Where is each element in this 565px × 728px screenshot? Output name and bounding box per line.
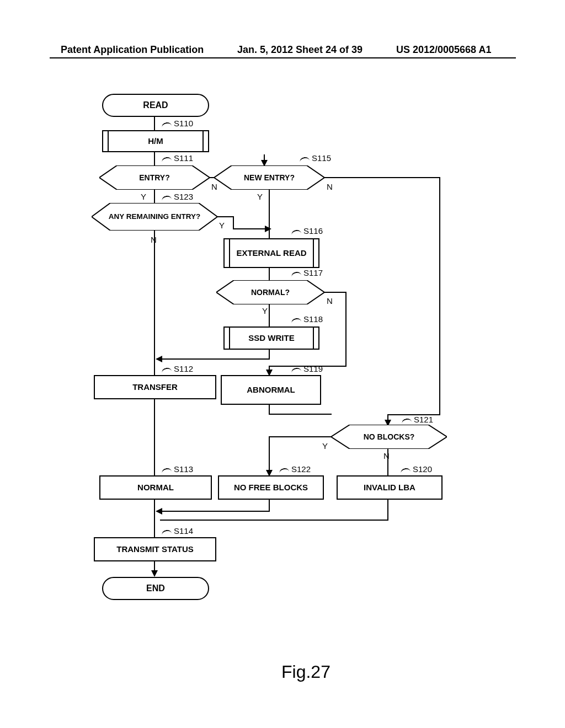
process-transfer: TRANSFER xyxy=(94,375,216,399)
decision-remaining-entry: ANY REMAINING ENTRY? xyxy=(92,203,217,231)
step-id: S111 xyxy=(174,153,193,163)
process-external-read: EXTERNAL READ xyxy=(223,238,319,268)
connector xyxy=(324,177,440,178)
connector xyxy=(233,216,234,229)
process-invalid-lba: INVALID LBA xyxy=(337,475,443,500)
step-id: S114 xyxy=(174,526,193,536)
process-label: NO FREE BLOCKS xyxy=(234,483,308,493)
header-rule xyxy=(50,57,516,58)
connector xyxy=(160,520,388,521)
branch-no: N xyxy=(383,451,390,461)
step-id: S121 xyxy=(414,415,433,424)
connector xyxy=(154,398,155,475)
decision-new-entry: NEW ENTRY? xyxy=(214,165,324,190)
arrowhead-icon xyxy=(265,226,271,232)
branch-yes: Y xyxy=(141,192,146,201)
connector xyxy=(269,404,270,415)
step-id: S110 xyxy=(174,119,193,128)
connector xyxy=(324,292,347,293)
step-id: S117 xyxy=(303,268,323,277)
branch-no: N xyxy=(327,296,333,306)
process-label: EXTERNAL READ xyxy=(236,249,306,258)
arrowhead-icon xyxy=(156,356,162,362)
decision-entry: ENTRY? xyxy=(99,165,210,190)
arrowhead-icon xyxy=(156,508,162,515)
flowchart: READ S110 H/M S111 ENTRY? Y N S115 NEW E… xyxy=(72,94,497,678)
header-right: US 2012/0005668 A1 xyxy=(396,44,491,56)
connector xyxy=(345,292,347,367)
step-id: S116 xyxy=(303,226,323,235)
connector xyxy=(154,231,155,375)
step-id: S119 xyxy=(303,364,323,373)
connector xyxy=(387,499,388,521)
connector xyxy=(159,358,270,360)
step-id: S113 xyxy=(174,464,193,474)
decision-no-blocks: NO BLOCKS? xyxy=(331,425,447,449)
step-id: S118 xyxy=(303,314,323,324)
branch-yes: Y xyxy=(219,221,225,230)
step-id: S123 xyxy=(174,192,193,201)
connector xyxy=(154,151,155,165)
connector xyxy=(269,304,270,326)
process-no-free-blocks: NO FREE BLOCKS xyxy=(218,475,324,500)
process-label: SSD WRITE xyxy=(248,334,294,343)
process-label: ABNORMAL xyxy=(247,386,295,395)
connector xyxy=(269,267,270,280)
terminator-label: END xyxy=(146,584,165,593)
process-label: INVALID LBA xyxy=(364,483,415,493)
branch-no: N xyxy=(327,182,333,191)
terminator-end: END xyxy=(102,577,209,600)
header-center: Jan. 5, 2012 Sheet 24 of 39 xyxy=(237,44,363,56)
process-transmit-status: TRANSMIT STATUS xyxy=(94,537,216,561)
figure-caption: Fig.27 xyxy=(281,662,331,682)
decision-label: NEW ENTRY? xyxy=(244,174,295,182)
connector xyxy=(154,499,155,537)
process-ssd-write: SSD WRITE xyxy=(223,326,319,350)
process-label: NORMAL xyxy=(137,483,174,493)
connector xyxy=(269,190,270,238)
decision-label: ENTRY? xyxy=(139,174,169,182)
arrowhead-icon xyxy=(151,570,158,577)
connector xyxy=(269,499,270,512)
connector xyxy=(217,216,234,217)
decision-label: NORMAL? xyxy=(251,288,290,297)
step-id: S122 xyxy=(291,464,311,474)
process-normal: NORMAL xyxy=(99,475,212,500)
connector xyxy=(160,511,270,512)
decision-label: ANY REMAINING ENTRY? xyxy=(109,213,201,221)
connector xyxy=(269,414,332,415)
branch-yes: Y xyxy=(257,192,263,201)
step-id: S120 xyxy=(413,464,432,474)
branch-yes: Y xyxy=(322,441,328,451)
process-label: H/M xyxy=(148,137,163,146)
connector xyxy=(269,349,270,360)
decision-label: NO BLOCKS? xyxy=(364,433,415,441)
terminator-start: READ xyxy=(102,94,209,117)
step-id: S112 xyxy=(174,364,193,373)
process-label: TRANSFER xyxy=(132,383,178,392)
connector xyxy=(439,177,440,415)
connector xyxy=(154,116,155,130)
process-hm: H/M xyxy=(102,130,209,152)
header-left: Patent Application Publication xyxy=(61,44,204,56)
decision-normal: NORMAL? xyxy=(216,280,324,304)
connector xyxy=(269,436,332,437)
process-label: TRANSMIT STATUS xyxy=(116,545,193,554)
step-id: S115 xyxy=(312,153,331,163)
terminator-label: READ xyxy=(143,100,168,110)
connector xyxy=(154,190,155,203)
process-abnormal: ABNORMAL xyxy=(221,375,321,405)
connector xyxy=(387,449,388,475)
branch-yes: Y xyxy=(262,306,268,315)
